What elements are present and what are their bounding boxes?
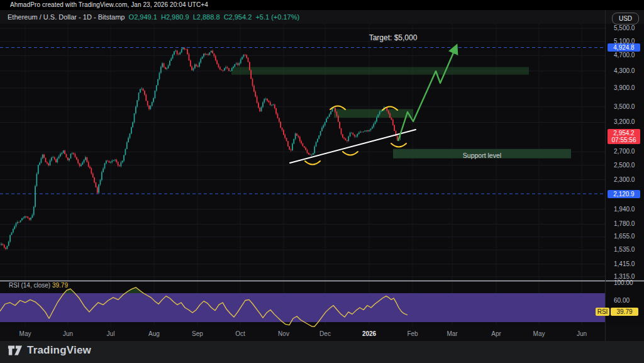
price-axis-label: 4,300.0 — [614, 67, 635, 74]
rsi-axis-tag: RSI — [596, 308, 609, 316]
rsi-legend-value: 39.79 — [52, 282, 68, 289]
time-axis-label: Aug — [140, 330, 168, 337]
tradingview-logo-text: TradingView — [27, 344, 91, 357]
price-chart-canvas[interactable] — [0, 0, 644, 363]
rsi-axis-label: 60.00 — [614, 297, 630, 304]
price-axis-label: 2,300.0 — [614, 176, 635, 183]
time-axis-label: Jun — [568, 330, 596, 337]
price-axis-label: 1,940.0 — [614, 206, 635, 213]
support-level-label: Support level — [393, 152, 571, 159]
time-axis-label: Jul — [97, 330, 125, 337]
price-axis-label: 3,900.0 — [614, 84, 635, 91]
time-axis-label: Feb — [399, 330, 426, 337]
time-axis-label: Oct — [226, 330, 254, 337]
price-axis-label: 1,415.0 — [614, 260, 635, 267]
time-axis-label: May — [525, 330, 553, 337]
time-axis-label: Sep — [184, 330, 211, 337]
time-axis-label: Dec — [311, 330, 339, 337]
price-axis-label: 3,200.0 — [614, 118, 635, 125]
tradingview-logo[interactable]: TradingView — [8, 344, 91, 357]
price-axis-label: 2,500.0 — [614, 162, 635, 169]
time-axis-label: Mar — [438, 330, 466, 337]
rsi-axis-value-badge: 39.79 — [611, 308, 638, 316]
price-axis-label: 2,700.0 — [614, 148, 635, 155]
rsi-axis-label: 100.00 — [614, 279, 633, 286]
time-axis-label: 2026 — [355, 330, 383, 337]
price-badge-high: 4,924.8 — [608, 43, 640, 52]
candle-countdown: 07:55:56 — [608, 137, 640, 143]
time-axis-label: Nov — [270, 330, 297, 337]
time-axis-label: Apr — [482, 330, 510, 337]
rsi-indicator-legend[interactable]: RSI (14, close) 39.79 — [9, 282, 68, 289]
last-price-value: 2,954.2 — [608, 130, 640, 137]
time-axis-label: Jun — [54, 330, 82, 337]
price-axis-label: 1,655.0 — [614, 233, 635, 240]
last-price-badge: 2,954.2 07:55:56 — [608, 129, 640, 144]
price-axis-label: 3,500.0 — [614, 103, 635, 110]
price-axis-label: 5,100.0 — [614, 38, 635, 45]
time-axis-label: May — [11, 330, 39, 337]
price-axis-label: 1,535.0 — [614, 246, 635, 253]
price-badge-low: 2,120.9 — [608, 190, 640, 198]
tradingview-logo-icon — [8, 345, 23, 356]
target-annotation: Target: $5,000 — [358, 33, 428, 42]
price-axis-label: 5,500.0 — [614, 25, 635, 31]
price-axis-label: 4,700.0 — [614, 52, 635, 59]
price-axis-label: 1,780.0 — [614, 220, 635, 227]
